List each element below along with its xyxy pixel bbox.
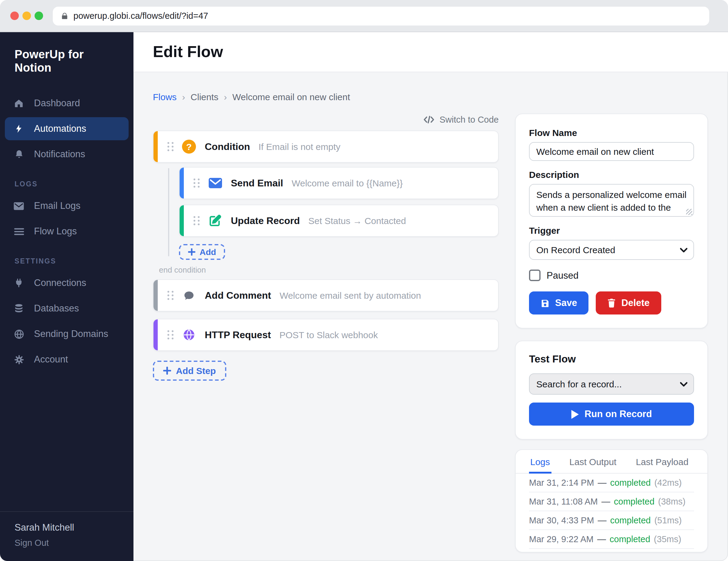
tab-last-payload[interactable]: Last Payload	[635, 450, 689, 474]
description-textarea[interactable]: Sends a personalized welcome email when …	[529, 184, 694, 217]
step-accent	[180, 205, 184, 236]
bell-icon	[13, 149, 25, 160]
step-title: Send Email	[231, 177, 283, 188]
breadcrumb-clients[interactable]: Clients	[190, 92, 218, 102]
log-entry: Mar 30, 4:33 PM — completed (51ms)	[529, 511, 694, 530]
sidebar-item-flow-logs[interactable]: Flow Logs	[5, 220, 129, 243]
sidebar-item-account[interactable]: Account	[5, 348, 129, 371]
page-header: Edit Flow	[133, 32, 728, 72]
sidebar-item-databases[interactable]: Databases	[5, 297, 129, 320]
sidebar-section-settings: SETTINGS	[15, 257, 119, 265]
zoom-window-button[interactable]	[35, 12, 43, 20]
drag-handle-icon[interactable]	[167, 330, 173, 340]
window-controls	[0, 12, 43, 20]
test-flow-title: Test Flow	[529, 353, 694, 366]
sidebar-item-label: Notifications	[34, 149, 85, 160]
sidebar-item-email-logs[interactable]: Email Logs	[5, 194, 129, 217]
app-title: PowerUp for Notion	[0, 32, 133, 90]
step-description: Welcome email to {{Name}}	[292, 178, 403, 188]
envelope-icon	[13, 201, 25, 210]
url-bar[interactable]: powerup.globi.ca/flows/edit/?id=47	[53, 6, 709, 25]
sidebar-item-label: Flow Logs	[34, 226, 77, 237]
sign-out-link[interactable]: Sign Out	[15, 538, 119, 548]
logs-panel: Logs Last Output Last Payload Mar 31, 2:…	[515, 449, 708, 553]
question-circle-icon: ?	[181, 140, 197, 154]
sidebar-user-area: Sarah Mitchell Sign Out	[0, 511, 133, 561]
url-text: powerup.globi.ca/flows/edit/?id=47	[73, 11, 208, 21]
step-accent	[153, 320, 158, 350]
switch-to-code-button[interactable]: Switch to Code	[153, 115, 499, 124]
log-entry: Mar 31, 2:14 PM — completed (42ms)	[529, 474, 694, 492]
log-entry: Mar 31, 11:08 AM — completed (38ms)	[529, 492, 694, 511]
sidebar-item-sending-domains[interactable]: Sending Domains	[5, 323, 129, 346]
flow-settings-panel: Flow Name Description Sends a personaliz…	[515, 113, 708, 329]
record-select[interactable]: Search for a record...	[529, 374, 694, 395]
paused-checkbox[interactable]	[529, 269, 541, 281]
status-badge: completed	[614, 497, 655, 506]
tab-logs[interactable]: Logs	[529, 450, 551, 474]
browser-window: powerup.globi.ca/flows/edit/?id=47 Power…	[0, 0, 728, 561]
close-window-button[interactable]	[10, 12, 19, 20]
description-label: Description	[529, 169, 694, 180]
step-card-http-request[interactable]: HTTP Request POST to Slack webhook	[153, 319, 499, 351]
breadcrumb-current: Welcome email on new client	[232, 92, 350, 102]
chevron-down-icon	[680, 247, 687, 252]
trigger-select[interactable]: On Record Created	[529, 240, 694, 260]
drag-handle-icon[interactable]	[194, 178, 199, 187]
step-card-update-record[interactable]: Update Record Set Status → Contacted	[179, 204, 499, 237]
step-description: If Email is not empty	[258, 141, 340, 152]
comment-icon	[181, 289, 197, 302]
content-area: Flows › Clients › Welcome email on new c…	[133, 72, 728, 561]
step-title: HTTP Request	[205, 330, 271, 340]
chevron-down-icon	[680, 382, 687, 387]
gear-icon	[13, 354, 25, 365]
sidebar-item-automations[interactable]: Automations	[5, 117, 129, 140]
end-condition-label: end condition	[159, 265, 499, 274]
breadcrumb-separator: ›	[224, 92, 227, 102]
flow-editor-column: Flows › Clients › Welcome email on new c…	[153, 92, 499, 561]
drag-handle-icon[interactable]	[194, 216, 199, 225]
plus-icon	[188, 248, 195, 255]
step-title: Condition	[205, 141, 250, 152]
step-card-condition[interactable]: ? Condition If Email is not empty	[153, 130, 499, 163]
logs-tabs: Logs Last Output Last Payload	[516, 450, 707, 474]
envelope-icon	[207, 177, 223, 189]
step-card-send-email[interactable]: Send Email Welcome email to {{Name}}	[179, 167, 499, 199]
flow-name-label: Flow Name	[529, 127, 694, 138]
step-title: Update Record	[231, 215, 300, 226]
list-icon	[13, 227, 25, 236]
user-name: Sarah Mitchell	[15, 522, 119, 533]
sidebar-item-label: Connections	[34, 277, 86, 289]
paused-label: Paused	[547, 270, 578, 281]
save-icon	[541, 299, 550, 308]
step-accent	[180, 167, 184, 198]
tab-last-output[interactable]: Last Output	[568, 450, 618, 474]
add-branch-step-button[interactable]: Add	[179, 244, 225, 260]
breadcrumb-flows-link[interactable]: Flows	[153, 92, 177, 102]
trigger-label: Trigger	[529, 225, 694, 235]
log-entry: Mar 29, 9:22 AM — completed (35ms)	[529, 530, 694, 549]
sidebar-item-label: Dashboard	[34, 98, 80, 109]
sidebar-item-connections[interactable]: Connections	[5, 271, 129, 295]
sidebar-item-notifications[interactable]: Notifications	[5, 143, 129, 166]
edit-icon	[207, 214, 223, 227]
trash-icon	[607, 298, 616, 308]
minimize-window-button[interactable]	[22, 12, 31, 20]
condition-branch: Send Email Welcome email to {{Name}} Upd…	[168, 167, 499, 260]
delete-button[interactable]: Delete	[596, 292, 661, 315]
plug-icon	[13, 277, 25, 289]
sidebar-item-dashboard[interactable]: Dashboard	[5, 92, 129, 115]
sidebar-item-label: Email Logs	[34, 200, 80, 211]
drag-handle-icon[interactable]	[167, 142, 173, 151]
flow-name-input[interactable]	[529, 142, 694, 161]
add-step-button[interactable]: Add Step	[153, 361, 226, 381]
status-badge: completed	[610, 534, 650, 544]
globe-icon	[181, 329, 197, 341]
paused-checkbox-row[interactable]: Paused	[529, 269, 694, 281]
sidebar-section-logs: LOGS	[15, 180, 119, 187]
step-card-add-comment[interactable]: Add Comment Welcome email sent by automa…	[153, 279, 499, 312]
save-button[interactable]: Save	[529, 292, 588, 315]
run-on-record-button[interactable]: Run on Record	[529, 403, 694, 426]
sidebar-item-label: Databases	[34, 303, 79, 314]
drag-handle-icon[interactable]	[167, 291, 173, 300]
